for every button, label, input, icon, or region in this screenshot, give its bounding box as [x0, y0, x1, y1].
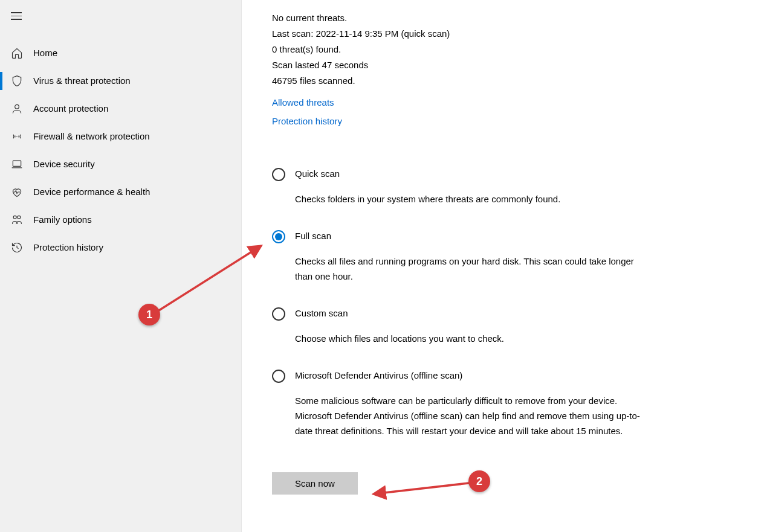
svg-line-5 — [159, 246, 261, 310]
svg-line-6 — [374, 483, 469, 494]
annotation-badge-2: 2 — [468, 470, 490, 492]
annotation-arrows — [0, 0, 767, 532]
annotation-badge-1: 1 — [138, 304, 160, 325]
